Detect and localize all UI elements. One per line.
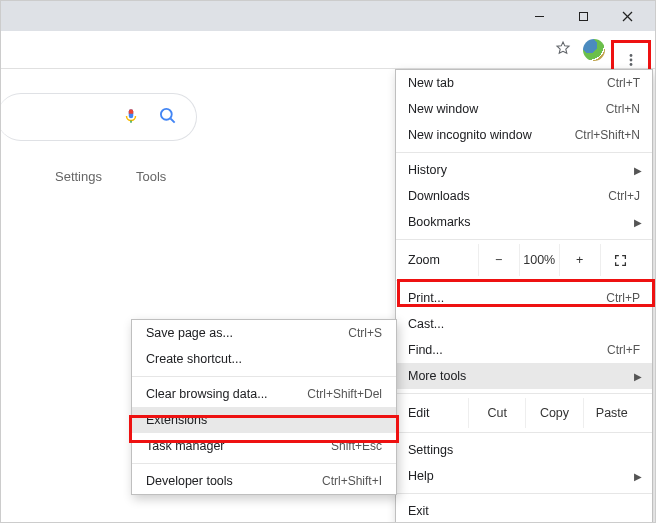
window-maximize-button[interactable] — [561, 1, 605, 31]
menu-item-more-tools[interactable]: More tools ▶ — [396, 363, 652, 389]
menu-shortcut: Ctrl+Shift+Del — [307, 387, 382, 401]
menu-label: Save page as... — [146, 326, 348, 340]
menu-shortcut: Shift+Esc — [331, 439, 382, 453]
menu-label: Exit — [408, 504, 640, 518]
svg-point-6 — [630, 63, 633, 66]
zoom-value: 100% — [519, 244, 560, 276]
menu-shortcut: Ctrl+Shift+N — [575, 128, 640, 142]
menu-shortcut: Ctrl+S — [348, 326, 382, 340]
svg-point-4 — [630, 54, 633, 57]
menu-item-new-window[interactable]: New window Ctrl+N — [396, 96, 652, 122]
submenu-item-create-shortcut[interactable]: Create shortcut... — [132, 346, 396, 372]
mic-icon[interactable] — [122, 105, 140, 130]
svg-point-8 — [161, 108, 172, 119]
edit-label: Edit — [408, 406, 468, 420]
menu-shortcut: Ctrl+Shift+I — [322, 474, 382, 488]
menu-label: Settings — [408, 443, 640, 457]
svg-point-5 — [630, 59, 633, 62]
link-settings[interactable]: Settings — [55, 169, 102, 184]
menu-item-new-tab[interactable]: New tab Ctrl+T — [396, 70, 652, 96]
zoom-in-button[interactable]: + — [559, 244, 600, 276]
menu-item-print[interactable]: Print... Ctrl+P — [396, 285, 652, 311]
submenu-item-extensions[interactable]: Extensions — [132, 407, 396, 433]
submenu-item-save-page[interactable]: Save page as... Ctrl+S — [132, 320, 396, 346]
more-tools-submenu: Save page as... Ctrl+S Create shortcut..… — [131, 319, 397, 495]
window-close-button[interactable] — [605, 1, 649, 31]
menu-label: Help — [408, 469, 640, 483]
menu-label: Cast... — [408, 317, 640, 331]
menu-label: New window — [408, 102, 606, 116]
window-minimize-button[interactable] — [517, 1, 561, 31]
menu-label: Downloads — [408, 189, 608, 203]
menu-item-help[interactable]: Help ▶ — [396, 463, 652, 489]
menu-item-new-incognito[interactable]: New incognito window Ctrl+Shift+N — [396, 122, 652, 148]
search-icon[interactable] — [158, 106, 178, 129]
menu-label: New incognito window — [408, 128, 575, 142]
menu-label: History — [408, 163, 640, 177]
page-links: Settings Tools — [55, 169, 166, 184]
menu-item-history[interactable]: History ▶ — [396, 157, 652, 183]
menu-label: New tab — [408, 76, 607, 90]
search-box[interactable] — [0, 93, 197, 141]
menu-shortcut: Ctrl+T — [607, 76, 640, 90]
menu-item-settings[interactable]: Settings — [396, 437, 652, 463]
submenu-item-clear-data[interactable]: Clear browsing data... Ctrl+Shift+Del — [132, 381, 396, 407]
menu-label: Find... — [408, 343, 607, 357]
window-titlebar — [1, 1, 655, 31]
svg-line-9 — [171, 118, 175, 122]
menu-shortcut: Ctrl+J — [608, 189, 640, 203]
svg-rect-7 — [130, 120, 132, 122]
menu-label: Clear browsing data... — [146, 387, 307, 401]
menu-label: More tools — [408, 369, 640, 383]
menu-item-downloads[interactable]: Downloads Ctrl+J — [396, 183, 652, 209]
chevron-right-icon: ▶ — [634, 217, 642, 228]
bookmark-star-icon[interactable] — [555, 40, 571, 59]
cut-button[interactable]: Cut — [468, 398, 525, 428]
menu-shortcut: Ctrl+F — [607, 343, 640, 357]
menu-item-find[interactable]: Find... Ctrl+F — [396, 337, 652, 363]
submenu-item-task-manager[interactable]: Task manager Shift+Esc — [132, 433, 396, 459]
zoom-label: Zoom — [408, 253, 478, 267]
chevron-right-icon: ▶ — [634, 371, 642, 382]
toolbar — [1, 31, 655, 69]
menu-shortcut: Ctrl+N — [606, 102, 640, 116]
more-vertical-icon — [624, 53, 638, 67]
menu-zoom-row: Zoom − 100% + — [396, 244, 652, 276]
chevron-right-icon: ▶ — [634, 471, 642, 482]
menu-item-exit[interactable]: Exit — [396, 498, 652, 523]
menu-label: Bookmarks — [408, 215, 640, 229]
copy-button[interactable]: Copy — [525, 398, 582, 428]
menu-label: Extensions — [146, 413, 382, 427]
svg-rect-1 — [579, 12, 587, 20]
menu-item-cast[interactable]: Cast... — [396, 311, 652, 337]
fullscreen-icon — [614, 254, 627, 267]
menu-edit-row: Edit Cut Copy Paste — [396, 398, 652, 428]
zoom-out-button[interactable]: − — [478, 244, 519, 276]
menu-label: Task manager — [146, 439, 331, 453]
menu-label: Create shortcut... — [146, 352, 382, 366]
profile-avatar[interactable] — [583, 39, 605, 61]
chevron-right-icon: ▶ — [634, 165, 642, 176]
paste-button[interactable]: Paste — [583, 398, 640, 428]
menu-item-bookmarks[interactable]: Bookmarks ▶ — [396, 209, 652, 235]
menu-label: Developer tools — [146, 474, 322, 488]
menu-label: Print... — [408, 291, 606, 305]
submenu-item-developer-tools[interactable]: Developer tools Ctrl+Shift+I — [132, 468, 396, 494]
chrome-main-menu: New tab Ctrl+T New window Ctrl+N New inc… — [395, 69, 653, 523]
fullscreen-button[interactable] — [600, 244, 641, 276]
menu-shortcut: Ctrl+P — [606, 291, 640, 305]
link-tools[interactable]: Tools — [136, 169, 166, 184]
